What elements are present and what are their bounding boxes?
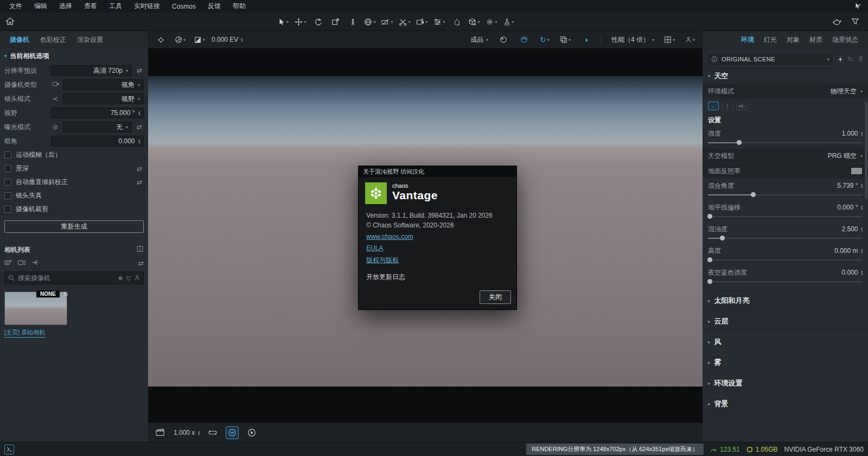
thumbnail-refresh-icon[interactable]: ↻	[63, 291, 68, 298]
speed-stepper[interactable]: ▴▾	[197, 430, 200, 435]
exposure-mode-select[interactable]: 无 ▾	[63, 122, 132, 132]
current-camera-options-header[interactable]: ▾ 当前相机选项	[0, 48, 148, 64]
menu-file[interactable]: 文件	[3, 1, 28, 12]
tab-materials[interactable]: 材质	[805, 33, 827, 47]
menu-cosmos[interactable]: Cosmos	[166, 2, 202, 11]
filter-icon[interactable]: ▽	[126, 275, 131, 282]
menu-view[interactable]: 查看	[78, 1, 103, 12]
add-camera-icon[interactable]	[4, 259, 12, 268]
chaos-website-link[interactable]: www.chaos.com	[366, 233, 509, 240]
environment-mode-row[interactable]: 环境模式 物理天空 ▾	[703, 84, 868, 98]
tab-render-settings[interactable]: 渲染设置	[73, 33, 107, 47]
night-sky-slider[interactable]	[708, 281, 863, 282]
menu-feedback[interactable]: 反馈	[202, 1, 227, 12]
collapse-panels-button[interactable]	[847, 14, 863, 29]
rotate-tool-button[interactable]	[310, 14, 326, 29]
tab-color-correction[interactable]: 色彩校正	[36, 33, 71, 47]
display-layers-button[interactable]: ▾	[558, 32, 573, 47]
camera-crop-checkbox[interactable]	[4, 206, 11, 213]
tab-objects[interactable]: 对象	[782, 33, 804, 47]
home-button[interactable]	[2, 14, 17, 29]
ev-stepper[interactable]: ▴▾	[240, 37, 242, 42]
slider-knob[interactable]	[751, 192, 756, 197]
realtime-speed-button[interactable]	[226, 426, 239, 439]
horizon-offset-slider[interactable]	[708, 216, 863, 217]
denoiser-button[interactable]	[516, 32, 532, 47]
param-stepper[interactable]: ▴▾	[860, 270, 863, 275]
regenerate-button[interactable]: 重新生成	[4, 220, 144, 233]
turbidity-slider[interactable]	[708, 238, 863, 239]
param-stepper[interactable]: ▴▾	[860, 226, 863, 232]
param-stepper[interactable]: ▴▾	[860, 205, 863, 210]
ground-albedo-swatch[interactable]	[851, 167, 863, 175]
menu-select[interactable]: 选择	[53, 1, 78, 12]
viewport[interactable]: 关于混沌视野 坊间汉化 chaos Vantage Version: 3.1.1…	[148, 48, 703, 442]
quality-dropdown[interactable]: 成品 ▾	[468, 34, 490, 46]
animate-toggle-icon[interactable]: ⇄	[135, 67, 144, 74]
user-filter-icon[interactable]	[134, 275, 140, 282]
animate-toggle-icon[interactable]: ⇄	[135, 165, 144, 173]
menu-tools[interactable]: 工具	[103, 1, 128, 12]
motion-blur-checkbox[interactable]	[4, 151, 11, 159]
duplicate-camera-icon[interactable]	[18, 259, 26, 268]
focus-point-button[interactable]	[153, 32, 168, 47]
vignette-stepper[interactable]: ▴▾	[138, 138, 140, 144]
param-stepper[interactable]: ▴▾	[860, 131, 863, 136]
exposure-mode-button[interactable]: ▾	[173, 32, 188, 47]
section-tool-button[interactable]: ▾	[380, 14, 395, 29]
loop-icon[interactable]	[208, 429, 217, 436]
lens-mode-select[interactable]: 视野 ▾	[63, 93, 144, 104]
clapper-icon[interactable]	[156, 428, 165, 436]
dialog-titlebar[interactable]: 关于混沌视野 坊间汉化	[359, 166, 516, 177]
fov-input[interactable]: 75.000 ° ▴▾	[51, 107, 144, 118]
credits-link[interactable]: 版权与版权	[366, 256, 509, 265]
move-tool-button[interactable]: ▾	[293, 14, 308, 29]
close-button[interactable]: 关闭	[480, 290, 511, 304]
walk-mode-button[interactable]	[345, 14, 360, 29]
sky-model-row[interactable]: 天空模型 PRG 晴空 ▾	[703, 149, 868, 163]
console-toggle-button[interactable]	[4, 445, 14, 454]
vignette-input[interactable]: 0.000 ▴▾	[51, 136, 144, 147]
clip-tool-button[interactable]: ▾	[397, 14, 412, 29]
slider-knob[interactable]	[707, 279, 712, 284]
slider-knob[interactable]	[707, 257, 712, 262]
plusminus-mode-button[interactable]: +/-	[736, 102, 747, 110]
scene-selector[interactable]: ORIGINAL SCENE ▾	[707, 53, 834, 66]
viewport-layout-button[interactable]: ▾	[662, 32, 677, 47]
tab-scene-states[interactable]: 场景状态	[828, 33, 863, 47]
sort-cameras-icon[interactable]: ⇄	[138, 259, 144, 267]
altitude-slider[interactable]	[708, 259, 863, 261]
slider-knob[interactable]	[720, 236, 725, 240]
clear-search-icon[interactable]: ⊗	[118, 275, 123, 282]
sun-moon-section-header[interactable]: ▸ 太阳和月亮	[703, 293, 868, 307]
import-camera-icon[interactable]	[31, 259, 39, 268]
list-view-icon[interactable]	[136, 245, 144, 254]
wind-section-header[interactable]: ▸ 风	[703, 334, 868, 349]
camera-type-select[interactable]: 视角 ▾	[63, 79, 144, 90]
param-stepper[interactable]: ▴▾	[860, 183, 863, 188]
settings-gear-button[interactable]: ▾	[484, 14, 499, 29]
background-section-header[interactable]: ▸ 背景	[703, 396, 868, 410]
tab-environment[interactable]: 环境	[737, 33, 758, 47]
sky-section-header[interactable]: ▾ 天空	[703, 69, 868, 83]
white-balance-button[interactable]: ▾	[192, 32, 207, 47]
panel-scrollbar[interactable]	[865, 102, 867, 199]
animate-toggle-icon[interactable]: ⇄	[135, 179, 144, 186]
pick-mode-button[interactable]: ⁞	[722, 102, 733, 110]
play-button[interactable]	[247, 428, 256, 437]
environment-settings-section-header[interactable]: ▸ 环境设置	[703, 376, 868, 390]
fov-stepper[interactable]: ▴▾	[138, 110, 140, 116]
search-camera-input[interactable]	[18, 274, 114, 282]
camera-tool-button[interactable]: ▾	[414, 14, 430, 29]
select-tool-button[interactable]: ▾	[276, 14, 291, 29]
menu-help[interactable]: 帮助	[227, 1, 252, 12]
menu-edit[interactable]: 编辑	[28, 1, 53, 12]
camera-thumbnail-label[interactable]: [主页] 原始相机	[4, 328, 45, 338]
add-object-button[interactable]: ▾	[467, 14, 482, 29]
camera-thumbnail[interactable]: NONE ↻ [主页] 原始相机	[4, 292, 67, 338]
refresh-view-button[interactable]: ↻ ▾	[537, 32, 552, 47]
cosmos-teapot-button[interactable]	[829, 14, 844, 29]
eula-link[interactable]: EULA	[366, 244, 509, 252]
reload-scene-icon[interactable]: ↻	[847, 55, 853, 63]
param-stepper[interactable]: ▴▾	[860, 248, 863, 254]
